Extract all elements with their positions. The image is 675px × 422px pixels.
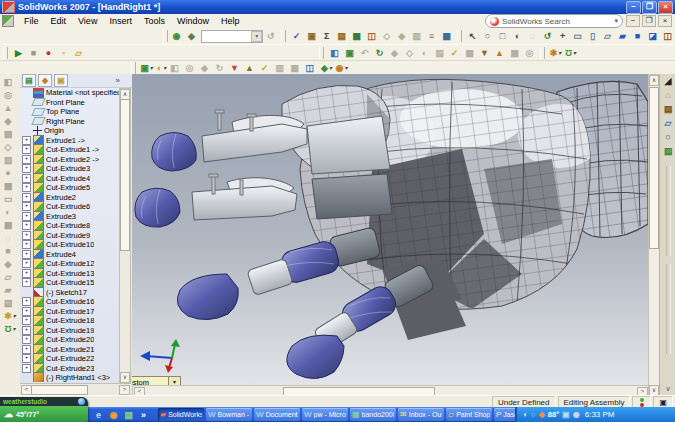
linear-pattern-side-icon[interactable]: ▲▾ (3, 102, 18, 115)
configurationmanager-tab[interactable]: ▣ (54, 74, 68, 87)
mate-icon[interactable]: ✓ (447, 47, 462, 60)
new-document-icon[interactable]: ▫ (56, 47, 71, 60)
expand-plus-icon[interactable]: + (22, 193, 31, 202)
edit-part-icon[interactable]: ◧ (327, 47, 342, 60)
zoom-area-icon[interactable]: □ (495, 30, 510, 43)
tree-item[interactable]: + Top Plane (20, 107, 120, 117)
simulation-icon[interactable]: ✱▾ (548, 47, 563, 60)
rotate-view-icon[interactable]: ↺ (540, 30, 555, 43)
hidden-lines-visible-icon[interactable]: ▯ (585, 30, 600, 43)
deform-side-icon[interactable]: ▧▾ (3, 297, 18, 310)
expand-plus-icon[interactable]: + (22, 145, 31, 154)
scroll-right-icon[interactable]: > (119, 385, 130, 395)
tree-item[interactable]: + (-) RightHand1 <3> (20, 373, 120, 382)
tree-overflow-chevron[interactable]: » (116, 76, 120, 85)
combine-side-icon[interactable]: ◈▾ (3, 258, 18, 271)
mate2-icon[interactable]: ✓▾ (259, 62, 274, 75)
mate-active-icon[interactable]: ✱▾ (3, 310, 18, 323)
macro-stop-icon[interactable]: ■ (26, 47, 41, 60)
child-close-button[interactable]: × (658, 15, 672, 27)
equations-icon[interactable]: Σ (319, 30, 334, 43)
insert-component-icon[interactable]: ▣ (342, 47, 357, 60)
insert-component-side-icon[interactable]: ◧▾ (3, 76, 18, 89)
zoom-selection-icon[interactable]: ◌ (525, 30, 540, 43)
section-properties-icon[interactable]: ▥ (409, 30, 424, 43)
refresh-icon[interactable]: ↺ (263, 30, 278, 43)
task-pane-chevron-icon[interactable]: ∨ (665, 385, 670, 395)
join-side-icon[interactable]: ▰▾ (3, 284, 18, 297)
cavity-side-icon[interactable]: ▱▾ (3, 271, 18, 284)
task-button[interactable]: W pw - Micros... (302, 408, 348, 421)
featuremanager-tab[interactable]: ▤ (22, 74, 36, 87)
annotations-side-icon[interactable]: ◌▾ (3, 232, 18, 245)
assembly-features-side-icon[interactable]: ▭▾ (3, 193, 18, 206)
solidworks-search-box[interactable]: SolidWorks Search ▾ (485, 14, 623, 28)
task-button[interactable]: ✉ Inbox - Out... (398, 408, 444, 421)
network-tray-icon[interactable]: ▣ (562, 410, 570, 419)
viewport-vscroll-thumb[interactable] (649, 87, 659, 249)
smart-components-icon[interactable]: ◈▾ (319, 62, 334, 75)
tree-item[interactable]: + Front Plane (20, 98, 120, 108)
expand-plus-icon[interactable]: + (22, 269, 31, 278)
expand-plus-icon[interactable]: + (22, 259, 31, 268)
minimize-button[interactable]: − (626, 1, 641, 14)
expand-plus-icon[interactable]: + (22, 164, 31, 173)
smart-fasteners-side-icon[interactable]: ◆▾ (3, 115, 18, 128)
shadows-icon[interactable]: ◪ (645, 30, 660, 43)
expand-plus-icon[interactable]: + (22, 307, 31, 316)
menu-item[interactable]: Insert (103, 16, 138, 26)
design-binder-icon[interactable]: ◉▾ (171, 30, 186, 43)
reference-geometry-side-icon[interactable]: ◐▾ (3, 206, 18, 219)
configuration-dropdown[interactable]: Custom ▾ (132, 376, 181, 385)
search-dropdown-icon[interactable]: ▾ (614, 17, 618, 25)
expand-plus-icon[interactable]: + (22, 316, 31, 325)
assembly-exploded-view-icon[interactable]: ◉▾ (334, 62, 349, 75)
rotate-component2-icon[interactable]: ↻▾ (214, 62, 229, 75)
pushpin-icon[interactable]: ◢ (661, 74, 675, 88)
download-tray-icon[interactable]: ◈ (539, 410, 545, 419)
width-mate-icon[interactable]: ▥▾ (274, 62, 289, 75)
select-arrow-icon[interactable]: ↖ (465, 30, 480, 43)
tree-scroll-thumb[interactable] (120, 99, 130, 251)
expand-plus-icon[interactable]: + (22, 202, 31, 211)
show-desktop-icon[interactable]: ▤ (122, 408, 135, 421)
move-component2-icon[interactable]: ◆▾ (199, 62, 214, 75)
combo-dropdown-icon[interactable]: ▾ (251, 31, 262, 42)
pattern-components-icon[interactable]: ▩▾ (289, 62, 304, 75)
toolbar-grip[interactable] (131, 62, 136, 74)
import-diagnostics-icon[interactable]: ▣ (304, 30, 319, 43)
expand-plus-icon[interactable]: + (22, 155, 31, 164)
search-tab-icon[interactable]: ○ (661, 130, 675, 144)
expand-plus-icon[interactable]: + (22, 278, 31, 287)
pan-icon[interactable]: + (555, 30, 570, 43)
macro-run-icon[interactable]: ▶ (11, 47, 26, 60)
scroll-up-icon[interactable]: ∧ (649, 75, 659, 86)
edrawings-icon[interactable]: ◈▾ (186, 30, 201, 43)
shaded-with-edges-icon[interactable]: ▰ (615, 30, 630, 43)
sketch-side-icon[interactable]: ▦▾ (3, 219, 18, 232)
show-hide-side-icon[interactable]: ▥▾ (3, 154, 18, 167)
expand-plus-icon[interactable]: + (22, 250, 31, 259)
certification-icon[interactable]: ▦ (349, 30, 364, 43)
toolbar-grip[interactable] (540, 47, 545, 59)
interference-detection-icon[interactable]: ▦ (507, 47, 522, 60)
pdmworks-icon[interactable]: ▨ (661, 144, 675, 158)
power-tray-icon[interactable]: ◉ (573, 410, 580, 419)
expand-plus-icon[interactable]: + (22, 335, 31, 344)
expand-plus-icon[interactable]: + (22, 221, 31, 230)
mate-side-icon[interactable]: ◎▾ (3, 89, 18, 102)
rotate-component-side-icon[interactable]: ◇▾ (3, 141, 18, 154)
tree-item[interactable]: + Material <not specified> (20, 88, 120, 98)
section-view-icon[interactable]: ◫ (660, 30, 675, 43)
expand-plus-icon[interactable]: + (22, 326, 31, 335)
expand-plus-icon[interactable]: + (22, 212, 31, 221)
design-library-icon[interactable]: ▤ (661, 102, 675, 116)
task-button[interactable]: W Bowman - ... (206, 408, 252, 421)
wireframe-icon[interactable]: ▭ (570, 30, 585, 43)
move-component-icon[interactable]: ◆ (387, 47, 402, 60)
exploded-view-icon[interactable]: ▲ (492, 47, 507, 60)
custom-properties-icon[interactable]: ◫ (364, 30, 379, 43)
edit-component-side-icon[interactable]: ●▾ (3, 167, 18, 180)
interference-side-icon[interactable]: ▩▾ (3, 180, 18, 193)
tree-horizontal-scrollbar[interactable]: < > (20, 383, 131, 395)
